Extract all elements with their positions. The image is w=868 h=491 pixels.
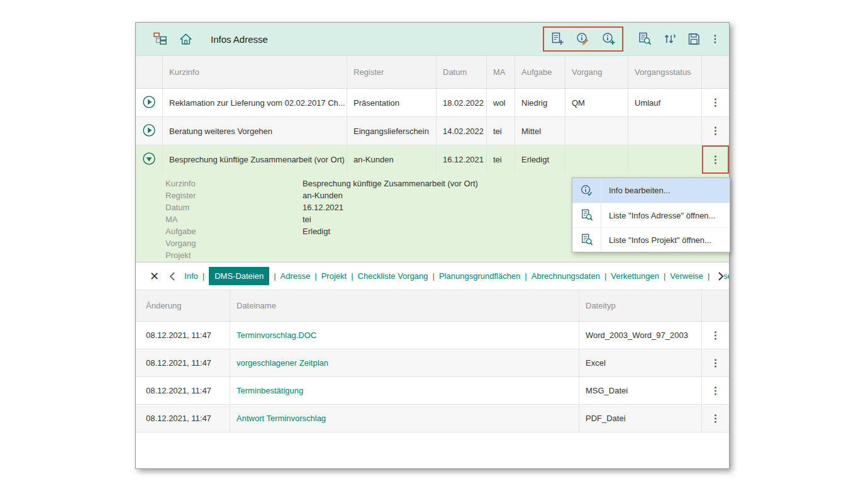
tab-dms-dateien[interactable]: DMS-Dateien	[209, 267, 269, 285]
home-icon[interactable]	[177, 30, 194, 48]
cell-aenderung: 08.12.2021, 11:47	[136, 322, 230, 349]
files-table-header: Änderung Dateiname Dateityp	[136, 290, 729, 322]
cell-kurzinfo: Reklamation zur Lieferung vom 02.02.2017…	[163, 89, 347, 116]
menu-item-liste-infos-projekt[interactable]: Liste "Infos Projekt" öffnen...	[572, 227, 730, 252]
info-row-3-expanded[interactable]: Besprechung künftige Zusammenarbeit (vor…	[136, 145, 729, 174]
column-header-kurzinfo[interactable]: Kurzinfo	[163, 56, 347, 88]
tab-verkettungen[interactable]: Verkettungen	[611, 271, 659, 281]
detail-value: an-Kunden	[303, 189, 343, 201]
cell-aenderung: 08.12.2021, 11:47	[136, 349, 230, 376]
header-actions-col	[702, 56, 729, 88]
file-link[interactable]: Terminbestätigung	[236, 386, 303, 395]
detail-value: 16.12.2021	[303, 201, 343, 213]
cell-kurzinfo: Beratung weiteres Vorgehen	[163, 117, 347, 145]
cell-datum: 14.02.2022	[437, 117, 487, 145]
detail-label: Kurzinfo	[165, 178, 303, 189]
titlebar: Infos Adresse	[136, 23, 729, 56]
cell-aufgabe: Mittel	[515, 117, 565, 145]
cell-vorgang: QM	[565, 89, 628, 116]
row-menu-button[interactable]: ⋮	[711, 414, 721, 424]
cell-register: an-Kunden	[347, 145, 437, 174]
chevron-left-icon[interactable]	[169, 271, 175, 281]
column-header-aufgabe[interactable]: Aufgabe	[515, 56, 565, 88]
info-row-2[interactable]: Beratung weiteres Vorgehen Eingangsliefe…	[136, 117, 729, 145]
open-list-icon[interactable]	[637, 31, 653, 47]
file-link[interactable]: Terminvorschlag.DOC	[236, 330, 316, 340]
tab-abrechnungsdaten[interactable]: Abrechnungsdaten	[531, 271, 600, 281]
detail-value: tei	[303, 213, 311, 225]
edit-info-icon[interactable]	[575, 31, 591, 47]
close-icon[interactable]: ✕	[150, 271, 159, 282]
sort-icon[interactable]	[661, 31, 677, 47]
cell-aufgabe: Erledigt	[515, 145, 565, 174]
menu-item-label: Liste "Infos Adresse" öffnen...	[601, 203, 715, 227]
expand-row-button[interactable]	[142, 123, 156, 139]
detail-tabbar: ✕ Info | DMS-Dateien | Adresse | Projekt…	[136, 262, 729, 290]
detail-value: Erledigt	[303, 225, 330, 237]
row-menu-button[interactable]: ⋮	[711, 330, 721, 341]
tab-checkliste-vorgang[interactable]: Checkliste Vorgang	[358, 271, 428, 281]
tab-separator: |	[525, 271, 526, 281]
cell-aenderung: 08.12.2021, 11:47	[136, 405, 230, 432]
file-row-4[interactable]: 08.12.2021, 11:47 Antwort Terminvorschla…	[136, 405, 729, 432]
row-menu-button[interactable]: ⋮	[711, 98, 721, 108]
open-list-icon	[572, 228, 601, 252]
column-header-register[interactable]: Register	[347, 56, 437, 88]
column-header-vorgang[interactable]: Vorgang	[565, 56, 628, 88]
row-menu-button[interactable]: ⋮	[711, 386, 721, 396]
file-row-2[interactable]: 08.12.2021, 11:47 vorgeschlagener Zeitpl…	[136, 349, 729, 377]
tab-adresse[interactable]: Adresse	[281, 271, 311, 281]
column-header-datum[interactable]: Datum	[437, 56, 487, 88]
cell-datum: 18.02.2022	[437, 89, 487, 116]
column-header-vorgangsstatus[interactable]: Vorgangsstatus	[628, 56, 702, 88]
detail-label: Datum	[165, 201, 303, 213]
tab-info[interactable]: Info	[184, 271, 198, 281]
file-row-3[interactable]: 08.12.2021, 11:47 Terminbestätigung MSG_…	[136, 377, 729, 405]
detail-label: MA	[165, 213, 303, 225]
column-header-ma[interactable]: MA	[487, 56, 515, 88]
save-icon[interactable]	[686, 31, 702, 47]
project-tree-icon[interactable]	[152, 30, 169, 48]
tab-separator: |	[664, 271, 665, 281]
column-header-dateiname[interactable]: Dateiname	[230, 290, 579, 321]
menu-item-info-bearbeiten[interactable]: Info bearbeiten...	[572, 178, 730, 203]
tab-planungsgrundflaechen[interactable]: Planungsgrundflächen	[439, 271, 520, 281]
row-menu-button-highlighted[interactable]: ⋮	[711, 155, 721, 165]
cell-ma: tei	[487, 145, 515, 174]
detail-value: Besprechung künftige Zusammenarbeit (vor…	[303, 178, 478, 189]
edit-info-icon	[572, 178, 601, 203]
tab-projekt[interactable]: Projekt	[321, 271, 347, 281]
file-row-1[interactable]: 08.12.2021, 11:47 Terminvorschlag.DOC Wo…	[136, 322, 729, 349]
tab-separator: |	[203, 271, 204, 281]
info-row-1[interactable]: Reklamation zur Lieferung vom 02.02.2017…	[136, 89, 729, 117]
new-info-document-icon[interactable]	[549, 31, 565, 47]
cell-dateityp: Excel	[579, 349, 702, 376]
cell-register: Präsentation	[347, 89, 437, 116]
menu-item-label: Info bearbeiten...	[601, 178, 670, 203]
cell-dateityp: MSG_Datei	[579, 377, 702, 404]
detail-label: Register	[165, 189, 303, 201]
cell-datum: 16.12.2021	[437, 145, 487, 174]
detail-label: Aufgabe	[165, 225, 303, 237]
menu-item-liste-infos-adresse[interactable]: Liste "Infos Adresse" öffnen...	[572, 203, 730, 227]
cell-kurzinfo: Besprechung künftige Zusammenarbeit (vor…	[163, 145, 347, 174]
overflow-menu-icon[interactable]: ⋮	[710, 34, 720, 44]
cell-vorgangsstatus: Umlauf	[628, 89, 702, 116]
expand-row-button[interactable]	[142, 95, 156, 111]
column-header-dateityp[interactable]: Dateityp	[579, 290, 702, 321]
row-menu-button[interactable]: ⋮	[711, 358, 721, 368]
menu-item-label: Liste "Infos Projekt" öffnen...	[601, 228, 711, 252]
cell-ma: wol	[487, 89, 515, 116]
tab-separator: |	[433, 271, 435, 281]
tab-verweise[interactable]: Verweise	[670, 271, 703, 281]
cell-ma: tei	[487, 117, 515, 145]
chevron-right-icon[interactable]	[713, 262, 724, 290]
detail-label: Projekt	[165, 249, 303, 261]
collapse-row-button[interactable]	[142, 152, 156, 167]
file-link[interactable]: vorgeschlagener Zeitplan	[236, 358, 328, 368]
file-link[interactable]: Antwort Terminvorschlag	[236, 414, 326, 423]
row-menu-button[interactable]: ⋮	[711, 126, 721, 136]
column-header-aenderung[interactable]: Änderung	[136, 290, 230, 321]
row-context-menu: Info bearbeiten... Liste "Infos Adresse"…	[572, 178, 730, 252]
add-info-icon[interactable]	[601, 31, 617, 47]
